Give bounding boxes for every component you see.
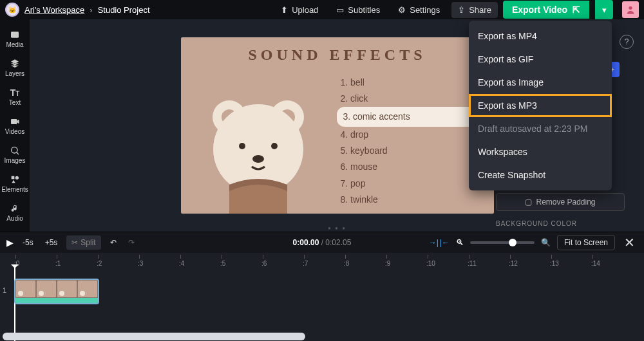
sidebar-item-videos[interactable]: Videos bbox=[0, 113, 30, 139]
sidebar-item-text[interactable]: TTText bbox=[0, 84, 30, 110]
settings-button[interactable]: ⚙ Settings bbox=[392, 2, 446, 18]
sfx-row: 8. twinkle bbox=[337, 192, 478, 208]
sidebar-item-label: Elements bbox=[1, 186, 28, 193]
sidebar-item-label: Videos bbox=[5, 128, 24, 135]
resize-grip-icon[interactable]: ● ● ● bbox=[328, 225, 346, 231]
track-number: 1 bbox=[3, 286, 6, 294]
clip-audio-waveform bbox=[15, 298, 98, 304]
snap-right-icon: |← bbox=[440, 238, 450, 247]
preview-title: SOUND EFFECTS bbox=[181, 46, 494, 64]
share-icon: ⇪ bbox=[458, 5, 465, 15]
share-button[interactable]: ⇪ Share bbox=[451, 2, 498, 18]
sidebar-item-label: Text bbox=[9, 99, 21, 106]
redo-button[interactable]: ↷ bbox=[126, 237, 137, 248]
dropdown-item[interactable]: Export as Image bbox=[469, 71, 612, 94]
chip-label: Remove Padding bbox=[536, 198, 595, 207]
svg-point-13 bbox=[271, 143, 278, 149]
svg-point-6 bbox=[15, 176, 19, 180]
user-avatar[interactable] bbox=[622, 1, 639, 18]
svg-point-14 bbox=[252, 155, 264, 163]
video-preview[interactable]: SOUND EFFECTS 1. bell2. click3. comic ac… bbox=[181, 37, 494, 214]
sidebar-item-media[interactable]: Media bbox=[0, 26, 30, 52]
sidebar-item-layers[interactable]: Layers bbox=[0, 55, 30, 81]
export-dropdown-toggle[interactable]: ▾ bbox=[595, 0, 613, 19]
upload-label: Upload bbox=[292, 5, 318, 15]
fit-to-screen-button[interactable]: Fit to Screen bbox=[557, 235, 615, 250]
chevron-down-icon: ▾ bbox=[602, 5, 607, 15]
remove-padding-button[interactable]: ▢Remove Padding bbox=[496, 193, 625, 211]
sidebar-item-label: Layers bbox=[5, 70, 24, 77]
breadcrumb: Ari's Workspace › Studio Project bbox=[24, 5, 150, 15]
horizontal-scrollbar[interactable] bbox=[3, 333, 305, 340]
project-title: Studio Project bbox=[98, 5, 150, 15]
zoom-in-button[interactable]: 🔍 bbox=[541, 238, 551, 247]
sfx-row: 7. pop bbox=[337, 176, 478, 192]
upload-icon: ⬆ bbox=[281, 5, 288, 15]
sidebar-item-elements[interactable]: Elements bbox=[0, 170, 30, 197]
chevron-right-icon: › bbox=[90, 5, 92, 15]
time-current: 0:00.00 bbox=[293, 238, 319, 247]
split-label: Split bbox=[80, 238, 95, 247]
zoom-knob[interactable] bbox=[509, 239, 516, 246]
timeline-tracks[interactable]: 1 bbox=[0, 266, 644, 341]
sfx-row: 5. keyboard bbox=[337, 143, 478, 159]
snap-left-icon: →| bbox=[429, 238, 439, 247]
zoom-slider[interactable] bbox=[470, 241, 535, 244]
upload-button[interactable]: ⬆ Upload bbox=[274, 2, 325, 18]
dropdown-item[interactable]: Export as MP4 bbox=[469, 24, 612, 48]
svg-point-12 bbox=[239, 143, 245, 149]
svg-line-4 bbox=[17, 152, 19, 154]
svg-rect-2 bbox=[11, 119, 17, 124]
snap-toggle[interactable]: →||← bbox=[429, 238, 450, 247]
dropdown-item[interactable]: Create Snapshot bbox=[469, 163, 612, 187]
dropdown-item[interactable]: Workspaces bbox=[469, 140, 612, 163]
sfx-row: 6. mouse bbox=[337, 159, 478, 175]
export-icon: ⇱ bbox=[573, 5, 580, 15]
share-label: Share bbox=[469, 5, 491, 15]
export-dropdown: Export as MP4Export as GIFExport as Imag… bbox=[469, 21, 612, 190]
dropdown-item[interactable]: Export as GIF bbox=[469, 48, 612, 71]
sidebar-item-audio[interactable]: Audio bbox=[0, 199, 30, 226]
gear-icon: ⚙ bbox=[398, 5, 406, 15]
timeline-ruler[interactable]: :0:1:2:3:4:5:6:7:8:9:10:11:12:13:14 bbox=[0, 253, 644, 266]
help-icon[interactable]: ? bbox=[620, 35, 634, 49]
time-display: 0:00.00 / 0:02.05 bbox=[293, 238, 352, 247]
svg-rect-5 bbox=[12, 176, 15, 180]
timeline: ▶ -5s +5s ✂Split ↶ ↷ 0:00.00 / 0:02.05 →… bbox=[0, 232, 644, 341]
timeline-controls: ▶ -5s +5s ✂Split ↶ ↷ 0:00.00 / 0:02.05 →… bbox=[0, 232, 644, 253]
svg-point-0 bbox=[629, 6, 632, 10]
sfx-row: 4. drop bbox=[337, 127, 478, 143]
sidebar-item-label: Audio bbox=[6, 215, 23, 222]
back-5s-button[interactable]: -5s bbox=[20, 237, 36, 248]
svg-point-3 bbox=[12, 147, 17, 153]
bgcolor-label: BACKGROUND COLOR bbox=[496, 220, 625, 227]
bear-illustration bbox=[194, 78, 323, 214]
sfx-list: 1. bell2. click3. comic accents4. drop5.… bbox=[337, 75, 478, 208]
settings-label: Settings bbox=[410, 5, 440, 15]
top-bar: 🐱 Ari's Workspace › Studio Project ⬆ Upl… bbox=[0, 0, 644, 19]
time-total: 0:02.05 bbox=[325, 238, 351, 247]
sfx-row: 1. bell bbox=[337, 75, 478, 91]
svg-rect-1 bbox=[11, 32, 19, 37]
zoom-out-button[interactable]: 🔍︎ bbox=[456, 238, 464, 247]
sfx-row: 2. click bbox=[337, 91, 478, 107]
video-clip[interactable] bbox=[14, 279, 99, 304]
svg-rect-15 bbox=[229, 185, 287, 214]
scissors-icon: ✂ bbox=[71, 238, 78, 247]
sfx-row: 3. comic accents bbox=[337, 107, 478, 127]
subtitles-icon: ▭ bbox=[336, 5, 344, 15]
sidebar-item-images[interactable]: Images bbox=[0, 142, 30, 168]
subtitles-button[interactable]: ▭ Subtitles bbox=[330, 2, 386, 18]
undo-button[interactable]: ↶ bbox=[108, 237, 119, 248]
split-button[interactable]: ✂Split bbox=[66, 235, 100, 250]
export-video-button[interactable]: Export Video ⇱ bbox=[503, 1, 589, 19]
app-logo[interactable]: 🐱 bbox=[5, 3, 19, 17]
workspace-link[interactable]: Ari's Workspace bbox=[24, 5, 84, 15]
export-label: Export Video bbox=[512, 5, 567, 15]
close-panel-button[interactable]: ✕ bbox=[621, 235, 638, 250]
sidebar-item-label: Images bbox=[5, 157, 26, 164]
play-button[interactable]: ▶ bbox=[6, 237, 14, 248]
sidebar-item-label: Media bbox=[6, 41, 23, 48]
fwd-5s-button[interactable]: +5s bbox=[43, 237, 61, 248]
dropdown-item[interactable]: Export as MP3 bbox=[469, 94, 612, 117]
